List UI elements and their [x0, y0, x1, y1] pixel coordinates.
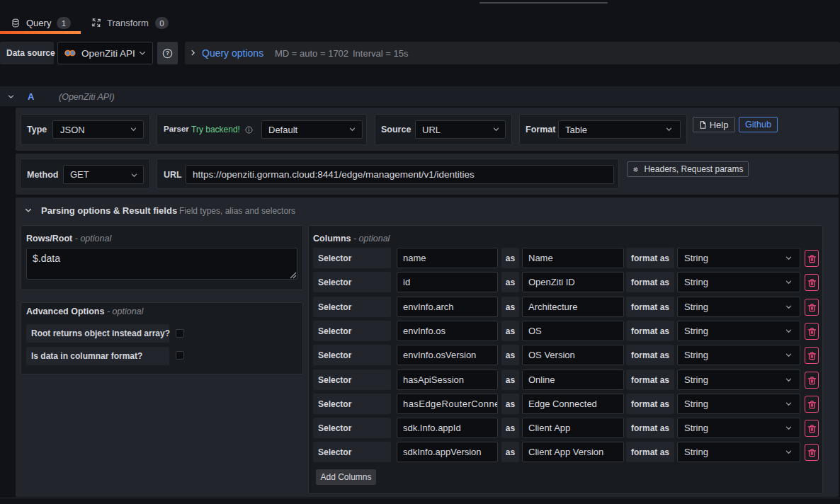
svg-text:?: ? — [166, 50, 169, 57]
